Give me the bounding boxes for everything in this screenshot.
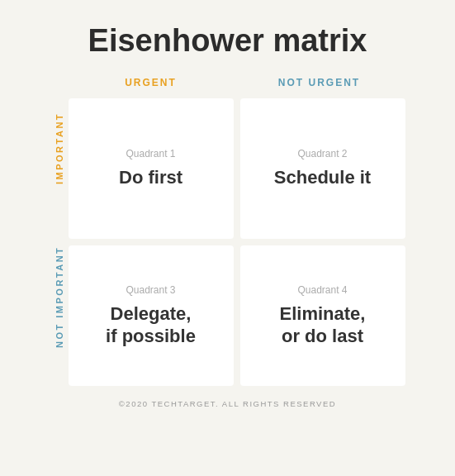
y-axis-labels: IMPORTANT NOT IMPORTANT <box>50 74 69 371</box>
quadrant-1-label: Quadrant 1 <box>126 148 175 159</box>
y-label-important: IMPORTANT <box>55 74 64 222</box>
y-label-not-important: NOT IMPORTANT <box>55 222 64 371</box>
column-header-not-urgent: NOT URGENT <box>234 74 405 95</box>
quadrant-3: Quadrant 3 Delegate, if possible <box>69 245 234 386</box>
quadrant-4: Quadrant 4 Eliminate, or do last <box>240 245 405 386</box>
quadrant-2-label: Quadrant 2 <box>297 148 347 159</box>
quadrant-4-action: Eliminate, or do last <box>280 302 366 348</box>
column-header-urgent: URGENT <box>69 74 234 95</box>
footer-text: ©2020 TechTarget. All rights reserved <box>119 399 336 408</box>
matrix-content: URGENT NOT URGENT Quadrant 1 Do first Qu… <box>69 74 405 386</box>
page-title: Eisenhower matrix <box>88 23 367 59</box>
matrix-wrapper: IMPORTANT NOT IMPORTANT URGENT NOT URGEN… <box>50 74 405 386</box>
quadrant-grid: Quadrant 1 Do first Quadrant 2 Schedule … <box>69 98 405 386</box>
quadrant-2: Quadrant 2 Schedule it <box>240 98 405 239</box>
quadrant-4-label: Quadrant 4 <box>297 284 347 296</box>
column-headers: URGENT NOT URGENT <box>69 74 405 95</box>
quadrant-1: Quadrant 1 Do first <box>69 98 234 239</box>
quadrant-1-action: Do first <box>119 166 182 189</box>
quadrant-3-action: Delegate, if possible <box>106 302 196 348</box>
quadrant-2-action: Schedule it <box>274 166 371 189</box>
quadrant-3-label: Quadrant 3 <box>126 284 175 296</box>
